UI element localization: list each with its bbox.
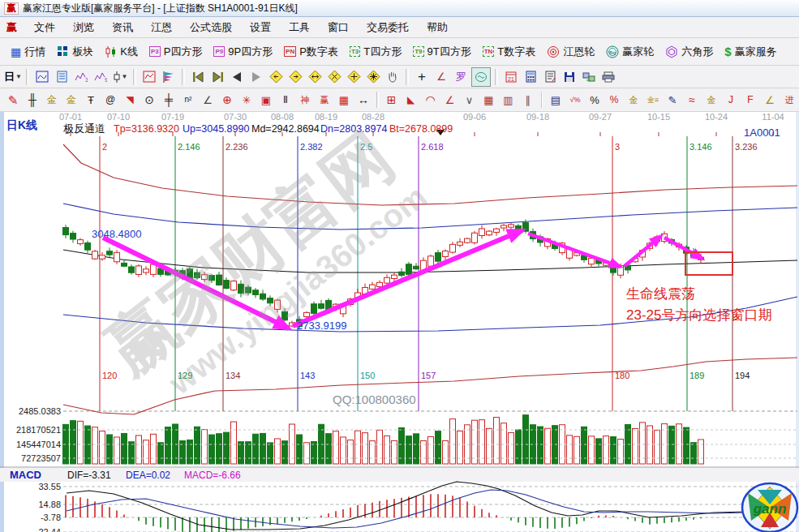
volume-bar[interactable]	[224, 432, 230, 464]
candle-body[interactable]	[92, 251, 98, 259]
tb3-percent[interactable]: %	[586, 91, 604, 109]
tb3-f-angle[interactable]: F	[741, 91, 759, 109]
candle-body[interactable]	[457, 242, 463, 245]
volume-bar[interactable]	[341, 437, 346, 464]
tb3-box-lines[interactable]: ⊞	[383, 91, 401, 109]
tb1-kline[interactable]: K线	[99, 43, 144, 61]
tb3-gold-angle[interactable]: ∠	[761, 91, 779, 109]
tb3-grid-dense[interactable]: ▦	[480, 91, 498, 109]
menu-item-6[interactable]: 工具	[280, 19, 319, 36]
tb2-scribble-box[interactable]	[33, 68, 51, 86]
volume-bar[interactable]	[523, 415, 529, 464]
tb2-diamond-star[interactable]	[364, 68, 382, 86]
candle-body[interactable]	[78, 240, 84, 244]
candle-body[interactable]	[450, 244, 456, 252]
tb2-candle-drop[interactable]: ▼	[111, 68, 129, 86]
menu-item-5[interactable]: 设置	[241, 19, 280, 36]
tb2-diamond-plus[interactable]	[345, 68, 363, 86]
volume-bar[interactable]	[151, 434, 157, 464]
candle-body[interactable]	[370, 285, 376, 289]
volume-bar[interactable]	[604, 436, 609, 464]
tb1-blocks[interactable]: 板块	[51, 43, 99, 61]
volume-bar[interactable]	[516, 430, 522, 464]
candle-body[interactable]	[509, 225, 514, 227]
tb3-grid-123[interactable]: ▦	[335, 91, 353, 109]
tb2-diamond-left[interactable]	[267, 68, 285, 86]
volume-bar[interactable]	[406, 436, 412, 464]
tb1-quote-grid[interactable]: ▦行情	[5, 43, 51, 61]
candle-body[interactable]	[304, 312, 310, 316]
tb3-retrace-percent[interactable]: √%	[566, 91, 584, 109]
volume-bar[interactable]	[268, 443, 273, 464]
menu-item-7[interactable]: 窗口	[319, 19, 358, 36]
volume-bar[interactable]	[640, 423, 646, 464]
tb3-width-arrow[interactable]: ↔	[354, 91, 372, 109]
tb1-service[interactable]: $赢家服务	[719, 43, 782, 61]
candle-body[interactable]	[589, 258, 595, 264]
tb3-angle-lines[interactable]: ∠	[441, 91, 459, 109]
tb1-badge-P3[interactable]: P3P四方形	[144, 43, 208, 61]
candle-body[interactable]	[100, 255, 105, 259]
tb3-rocket-tool[interactable]: ◥	[121, 91, 139, 109]
tb3-gold-band[interactable]: 金	[702, 91, 720, 109]
candle-body[interactable]	[392, 275, 397, 278]
volume-bar[interactable]	[326, 434, 332, 464]
tb3-gold-lines[interactable]: 金≡	[644, 91, 662, 109]
tb3-spiral-tool[interactable]: @	[101, 91, 119, 109]
volume-bar[interactable]	[122, 433, 127, 464]
tb3-circle-arrow[interactable]: ⊙	[140, 91, 158, 109]
volume-bar[interactable]	[457, 431, 463, 464]
tb1-badge-PN[interactable]: PNP数字表	[278, 43, 344, 61]
tb2-nav-prev[interactable]	[228, 68, 246, 86]
candle-body[interactable]	[399, 272, 405, 275]
tb2-diamond-lr[interactable]	[306, 68, 324, 86]
tb1-hexagon[interactable]: 六角形	[659, 43, 719, 61]
tb3-j-angle[interactable]: J	[722, 91, 740, 109]
volume-bar[interactable]	[611, 437, 616, 464]
tb3-angle-flag[interactable]: ∠	[199, 91, 217, 109]
candle-body[interactable]	[107, 251, 113, 255]
candle-body[interactable]	[114, 252, 120, 261]
tb3-grid-cols[interactable]: ▥	[500, 91, 518, 109]
volume-bar[interactable]	[209, 435, 215, 464]
tb2-notepad[interactable]	[541, 68, 559, 86]
candle-body[interactable]	[63, 228, 69, 235]
volume-bar[interactable]	[231, 422, 237, 464]
volume-bar[interactable]	[589, 436, 595, 464]
volume-bar[interactable]	[698, 440, 704, 464]
candle-body[interactable]	[151, 264, 157, 274]
volume-bar[interactable]	[479, 420, 485, 464]
tb2-angle-measure[interactable]: ∠	[432, 68, 450, 86]
tb3-n2-tool[interactable]: n²	[179, 91, 197, 109]
volume-bar[interactable]	[509, 433, 514, 464]
tb1-badge-P9[interactable]: P99P四方形	[208, 43, 278, 61]
volume-bar[interactable]	[355, 431, 361, 464]
menu-item-4[interactable]: 公式选股	[181, 19, 241, 36]
candle-body[interactable]	[501, 225, 507, 228]
tb3-ying-tool[interactable]: 赢	[316, 91, 333, 109]
candle-body[interactable]	[494, 229, 500, 232]
volume-bar[interactable]	[304, 443, 310, 464]
tb1-badge-T9[interactable]: T99T四方形	[407, 43, 477, 61]
tb2-hand-tool[interactable]	[384, 68, 402, 86]
candle-body[interactable]	[129, 267, 135, 272]
tb3-parallel-lines[interactable]: ∥	[519, 91, 537, 109]
volume-bar[interactable]	[574, 436, 580, 464]
tb3-f-ladder[interactable]: Ŧ	[82, 91, 100, 109]
candle-body[interactable]	[472, 233, 478, 242]
tb2-diamond-x[interactable]	[325, 68, 343, 86]
candle-body[interactable]	[71, 234, 76, 240]
volume-bar[interactable]	[114, 437, 120, 464]
candle-body[interactable]	[436, 253, 441, 262]
volume-bar[interactable]	[414, 434, 419, 464]
candle-body[interactable]	[122, 263, 127, 266]
volume-bar[interactable]	[144, 440, 149, 464]
volume-bar[interactable]	[100, 431, 105, 464]
tb3-wave-line[interactable]: ≈	[683, 91, 701, 109]
volume-bar[interactable]	[202, 430, 208, 464]
tb2-export-tool[interactable]	[580, 68, 598, 86]
tb3-chart-box[interactable]: ▤	[547, 91, 565, 109]
volume-bar[interactable]	[129, 442, 135, 464]
candle-body[interactable]	[443, 251, 449, 257]
tb2-printer[interactable]	[599, 68, 617, 86]
